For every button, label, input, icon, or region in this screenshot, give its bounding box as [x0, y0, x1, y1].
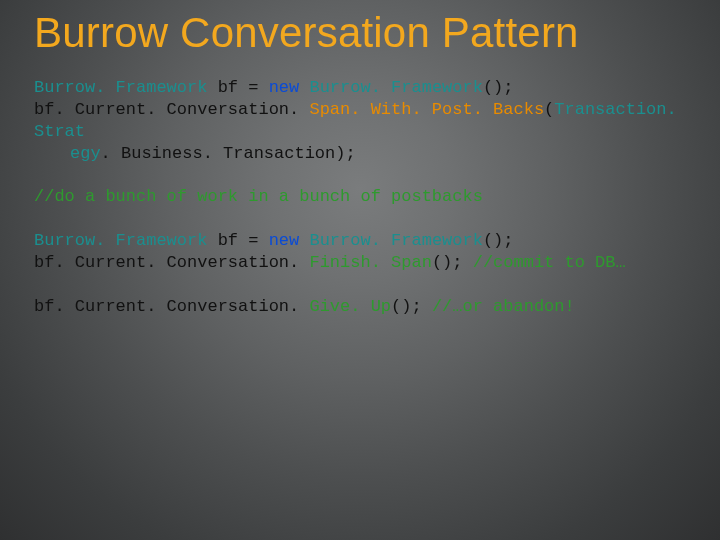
- code-line: Burrow. Framework bf = new Burrow. Frame…: [34, 77, 686, 99]
- code-comment: //commit to DB…: [473, 253, 626, 272]
- code-line: Burrow. Framework bf = new Burrow. Frame…: [34, 230, 686, 252]
- code-text: . Business. Transaction);: [101, 144, 356, 163]
- code-text: bf. Current. Conversation.: [34, 297, 309, 316]
- code-text: ();: [432, 253, 473, 272]
- code-text: (: [544, 100, 554, 119]
- code-comment: //do a bunch of work in a bunch of postb…: [34, 186, 686, 208]
- code-line: egy. Business. Transaction);: [34, 143, 686, 165]
- blank-line: [34, 274, 686, 296]
- blank-line: [34, 164, 686, 186]
- code-type: Burrow. Framework: [299, 78, 483, 97]
- code-method: Span. With. Post. Backs: [309, 100, 544, 119]
- code-line: bf. Current. Conversation. Span. With. P…: [34, 99, 686, 143]
- slide: Burrow Conversation Pattern Burrow. Fram…: [0, 0, 720, 540]
- slide-title: Burrow Conversation Pattern: [34, 10, 686, 55]
- code-keyword: new: [269, 78, 300, 97]
- blank-line: [34, 208, 686, 230]
- code-method: Finish. Span: [309, 253, 431, 272]
- code-text: bf =: [207, 78, 268, 97]
- code-block: Burrow. Framework bf = new Burrow. Frame…: [34, 77, 686, 317]
- code-line: bf. Current. Conversation. Finish. Span(…: [34, 252, 686, 274]
- code-line: bf. Current. Conversation. Give. Up(); /…: [34, 296, 686, 318]
- code-type: egy: [70, 144, 101, 163]
- code-type: Burrow. Framework: [34, 231, 207, 250]
- code-comment: //…or abandon!: [432, 297, 575, 316]
- code-type: Burrow. Framework: [34, 78, 207, 97]
- code-text: bf. Current. Conversation.: [34, 100, 309, 119]
- code-method: Give. Up: [309, 297, 391, 316]
- code-text: bf. Current. Conversation.: [34, 253, 309, 272]
- code-text: ();: [391, 297, 432, 316]
- code-type: Burrow. Framework: [299, 231, 483, 250]
- code-text: bf =: [207, 231, 268, 250]
- code-keyword: new: [269, 231, 300, 250]
- code-text: ();: [483, 78, 514, 97]
- code-text: ();: [483, 231, 514, 250]
